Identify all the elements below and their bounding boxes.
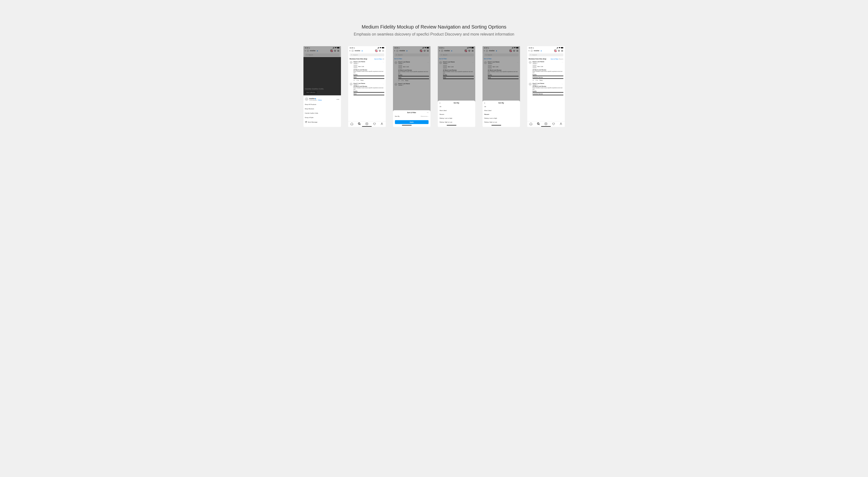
review-avatar[interactable] bbox=[395, 61, 397, 64]
hamburger-icon[interactable] bbox=[471, 49, 474, 52]
nav-profile-icon[interactable] bbox=[559, 122, 562, 125]
shop-avatar[interactable] bbox=[486, 49, 488, 52]
follow-link[interactable]: Follow bbox=[318, 99, 322, 101]
menu-shop-all[interactable]: Shop All Products bbox=[304, 102, 341, 107]
search-input[interactable]: Search bbox=[439, 54, 474, 56]
shop-avatar[interactable] bbox=[307, 49, 309, 52]
sort-filter-link-top[interactable]: Sort & Filter: bbox=[438, 57, 475, 61]
nav-search-icon[interactable] bbox=[358, 122, 361, 125]
product-thumbnail[interactable] bbox=[353, 65, 358, 68]
shop-avatar[interactable] bbox=[351, 49, 354, 52]
cart-icon[interactable] bbox=[513, 49, 515, 52]
more-icon[interactable]: ••• bbox=[337, 98, 339, 100]
shop-avatar[interactable] bbox=[441, 49, 443, 52]
sort-all[interactable]: All bbox=[483, 105, 520, 108]
shop-eye-icon[interactable] bbox=[509, 49, 512, 52]
view-collection-button[interactable]: View Collection bbox=[305, 91, 317, 94]
shop-name[interactable]: revolve bbox=[444, 50, 450, 52]
cart-icon[interactable] bbox=[558, 49, 560, 52]
shop-eye-icon[interactable] bbox=[420, 49, 422, 52]
menu-collection[interactable]: Camila Coelho Colle. bbox=[304, 111, 341, 115]
cart-icon[interactable] bbox=[378, 49, 381, 52]
review-more-icon[interactable]: ⋯ bbox=[427, 62, 429, 64]
review-more-icon[interactable]: ⋯ bbox=[562, 61, 563, 63]
product-link[interactable]: Item: Link bbox=[448, 66, 454, 67]
shop-eye-icon[interactable] bbox=[375, 49, 377, 52]
review-likes[interactable]: 1 like bbox=[356, 79, 359, 81]
hamburger-icon[interactable] bbox=[337, 49, 340, 52]
cart-icon[interactable] bbox=[423, 49, 426, 52]
shop-name[interactable]: revolve bbox=[355, 50, 360, 52]
shop-name[interactable]: revolve bbox=[534, 50, 539, 52]
review-reply[interactable]: Reply bbox=[405, 80, 408, 81]
sort-by-row[interactable]: Sort By Relevance › bbox=[393, 114, 431, 118]
search-input[interactable]: Search bbox=[350, 54, 384, 56]
sort-most-liked[interactable]: Most Liked bbox=[483, 108, 520, 112]
avatar[interactable] bbox=[305, 97, 308, 101]
hamburger-icon[interactable] bbox=[516, 49, 519, 52]
nav-profile-icon[interactable] bbox=[380, 122, 383, 125]
review-more-icon[interactable]: ⋯ bbox=[517, 62, 519, 64]
shop-avatar[interactable] bbox=[396, 49, 399, 52]
shop-eye-icon[interactable] bbox=[465, 49, 467, 52]
sort-rating-low[interactable]: Rating: Low to High bbox=[438, 116, 475, 120]
sort-recent[interactable]: Recent bbox=[483, 112, 520, 116]
product-thumbnail[interactable] bbox=[443, 65, 447, 69]
nav-home-icon[interactable] bbox=[529, 122, 532, 125]
shop-name[interactable]: revolve bbox=[310, 50, 315, 52]
sheet-more-icon[interactable]: ⋯ bbox=[427, 112, 429, 114]
product-link[interactable]: Item: Link bbox=[493, 66, 498, 67]
product-thumbnail[interactable] bbox=[488, 65, 492, 69]
search-input[interactable]: Search bbox=[484, 54, 519, 56]
product-link[interactable]: Item: Link bbox=[537, 66, 543, 67]
sort-rating-high[interactable]: Rating: High to Low bbox=[483, 120, 520, 124]
shop-avatar[interactable] bbox=[530, 49, 533, 52]
sheet-back-button[interactable]: ‹ bbox=[485, 102, 485, 104]
home-indicator[interactable] bbox=[402, 125, 412, 126]
search-input[interactable]: Search bbox=[305, 54, 340, 56]
product-link[interactable]: Item: Link bbox=[403, 66, 409, 67]
product-link[interactable]: Item: Link bbox=[359, 66, 364, 67]
review-avatar[interactable] bbox=[350, 61, 352, 64]
nav-heart-icon[interactable] bbox=[373, 122, 376, 125]
back-button[interactable]: ‹ bbox=[484, 49, 485, 52]
menu-song[interactable]: Song of Style bbox=[304, 115, 341, 120]
review-more-icon[interactable]: ⋯ bbox=[562, 83, 563, 85]
sort-most-liked[interactable]: Most Liked bbox=[438, 108, 475, 112]
sort-rating-high[interactable]: Rating: High to Low bbox=[438, 120, 475, 124]
back-button[interactable]: ‹ bbox=[350, 49, 350, 52]
home-indicator[interactable] bbox=[541, 126, 551, 127]
back-button[interactable]: ‹ bbox=[395, 49, 395, 52]
review-more-icon[interactable]: ⋯ bbox=[382, 83, 384, 85]
review-more-icon[interactable]: ⋯ bbox=[382, 61, 384, 63]
product-thumbnail[interactable] bbox=[398, 65, 402, 69]
shop-eye-icon[interactable] bbox=[330, 49, 333, 52]
search-input[interactable]: Search bbox=[529, 54, 563, 56]
back-button[interactable]: ‹ bbox=[439, 49, 440, 52]
product-thumbnail[interactable] bbox=[533, 65, 536, 68]
review-reply[interactable]: Reply bbox=[539, 79, 543, 81]
hamburger-icon[interactable] bbox=[561, 49, 563, 52]
home-indicator[interactable] bbox=[447, 125, 456, 126]
nav-add-icon[interactable] bbox=[365, 122, 368, 125]
nav-heart-icon[interactable] bbox=[552, 122, 555, 125]
search-input[interactable]: Search bbox=[395, 54, 429, 56]
profile-name[interactable]: revolve bbox=[309, 98, 315, 99]
home-indicator[interactable] bbox=[492, 125, 501, 126]
review-likes[interactable]: 1 like bbox=[401, 80, 404, 81]
review-avatar[interactable] bbox=[529, 61, 532, 64]
review-reply[interactable]: Reply bbox=[361, 79, 364, 81]
sort-filter-link-top[interactable]: Sort & Filter: bbox=[393, 57, 431, 61]
apply-button[interactable]: Apply bbox=[395, 120, 429, 124]
shop-name[interactable]: revolve bbox=[489, 50, 495, 52]
nav-search-icon[interactable] bbox=[537, 122, 540, 125]
nav-home-icon[interactable] bbox=[350, 122, 353, 125]
nav-add-icon[interactable] bbox=[545, 122, 547, 125]
review-avatar[interactable] bbox=[395, 83, 397, 86]
hamburger-icon[interactable] bbox=[427, 49, 429, 52]
home-indicator[interactable] bbox=[362, 126, 372, 127]
sort-rating-low[interactable]: Rating: Low to High bbox=[483, 116, 520, 120]
sort-filter-link[interactable]: Sort & Filter:Recent bbox=[551, 58, 563, 60]
cart-icon[interactable] bbox=[468, 49, 470, 52]
sort-filter-link-top[interactable]: Sort & Filter: bbox=[483, 57, 520, 61]
